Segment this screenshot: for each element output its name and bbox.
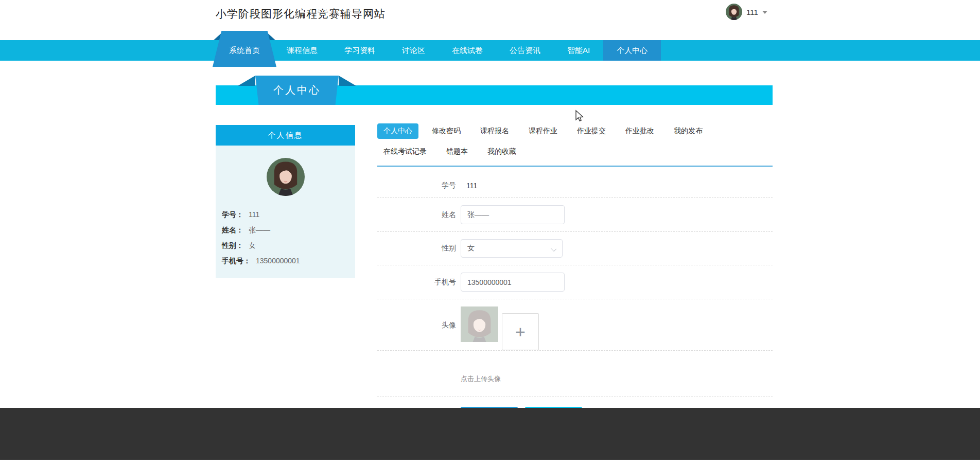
user-menu[interactable]: 111 xyxy=(726,3,767,21)
tab-favorites[interactable]: 我的收藏 xyxy=(481,144,522,159)
profile-card: 个人信息 学号：111 姓名：张—— 性别：女 手机号：13500000001 xyxy=(216,125,355,278)
banner-fold-left xyxy=(238,76,255,86)
top-header: 小学阶段图形化编程竞赛辅导网站 111 xyxy=(0,0,980,40)
user-name: 111 xyxy=(746,8,758,16)
profile-avatar xyxy=(267,158,305,196)
plus-icon: + xyxy=(515,323,526,340)
nav-item-announcements[interactable]: 公告资讯 xyxy=(496,40,554,61)
student-id-value: 111 xyxy=(459,182,477,190)
name-label: 姓名 xyxy=(377,210,459,220)
form-row-gender: 性别 女 xyxy=(377,232,773,265)
tab-course-signup[interactable]: 课程报名 xyxy=(474,123,515,139)
profile-card-body: 学号：111 姓名：张—— 性别：女 手机号：13500000001 xyxy=(216,146,355,278)
profile-field-name: 姓名：张—— xyxy=(221,223,350,238)
nav-item-ai[interactable]: 智能AI xyxy=(554,40,603,61)
banner-fold-right xyxy=(339,76,356,86)
nav-items: 系统首页 课程信息 学习资料 讨论区 在线试卷 公告资讯 智能AI 个人中心 xyxy=(216,40,661,61)
tab-my-posts[interactable]: 我的发布 xyxy=(668,123,709,139)
mouse-cursor xyxy=(574,110,585,123)
page-footer xyxy=(0,408,980,460)
main-navbar: 系统首页 课程信息 学习资料 讨论区 在线试卷 公告资讯 智能AI 个人中心 xyxy=(0,40,980,61)
avatar-preview xyxy=(461,306,498,342)
user-avatar[interactable] xyxy=(726,4,742,20)
nav-item-exams[interactable]: 在线试卷 xyxy=(439,40,496,61)
tab-course-homework[interactable]: 课程作业 xyxy=(522,123,564,139)
form-row-avatar: 头像 + xyxy=(377,299,773,351)
tab-wrong-answers[interactable]: 错题本 xyxy=(440,144,474,159)
name-field[interactable] xyxy=(461,205,565,224)
nav-item-home[interactable]: 系统首页 xyxy=(216,40,273,61)
avatar-upload-button[interactable]: + xyxy=(502,313,539,350)
gender-select[interactable]: 女 xyxy=(461,239,563,258)
profile-field-gender: 性别：女 xyxy=(221,238,350,254)
gender-selected-value: 女 xyxy=(467,244,475,253)
tab-profile[interactable]: 个人中心 xyxy=(377,123,418,139)
tab-change-password[interactable]: 修改密码 xyxy=(426,123,467,139)
gender-label: 性别 xyxy=(377,244,459,253)
nav-item-courses[interactable]: 课程信息 xyxy=(273,40,331,61)
profile-field-id: 学号：111 xyxy=(221,207,350,223)
nav-item-materials[interactable]: 学习资料 xyxy=(331,40,389,61)
form-row-student-id: 学号 111 xyxy=(377,174,773,198)
nav-item-profile[interactable]: 个人中心 xyxy=(603,40,661,61)
form-row-hint: 点击上传头像 xyxy=(377,351,773,396)
phone-label: 手机号 xyxy=(377,278,459,287)
profile-form: 学号 111 姓名 性别 女 手机号 头像 xyxy=(377,174,773,440)
profile-main: 个人中心 修改密码 课程报名 课程作业 作业提交 作业批改 我的发布 在线考试记… xyxy=(377,123,773,440)
profile-field-phone: 手机号：13500000001 xyxy=(221,254,350,269)
page-title: 个人中心 xyxy=(255,76,339,105)
tab-exam-records[interactable]: 在线考试记录 xyxy=(377,144,433,159)
tab-homework-review[interactable]: 作业批改 xyxy=(619,123,660,139)
upload-hint: 点击上传头像 xyxy=(461,374,501,384)
student-id-label: 学号 xyxy=(377,181,459,190)
profile-card-title: 个人信息 xyxy=(216,125,355,146)
nav-item-forum[interactable]: 讨论区 xyxy=(389,40,439,61)
profile-tabs: 个人中心 修改密码 课程报名 课程作业 作业提交 作业批改 我的发布 在线考试记… xyxy=(377,123,773,167)
site-title: 小学阶段图形化编程竞赛辅导网站 xyxy=(216,7,386,21)
phone-field[interactable] xyxy=(461,273,565,292)
tab-homework-submit[interactable]: 作业提交 xyxy=(571,123,612,139)
page: 小学阶段图形化编程竞赛辅导网站 111 系统首页 课程信息 学习资料 讨论区 在… xyxy=(0,0,980,469)
avatar-label: 头像 xyxy=(377,321,459,330)
chevron-down-icon xyxy=(762,11,767,14)
form-row-name: 姓名 xyxy=(377,198,773,232)
chevron-down-icon xyxy=(551,246,556,251)
form-row-phone: 手机号 xyxy=(377,265,773,299)
